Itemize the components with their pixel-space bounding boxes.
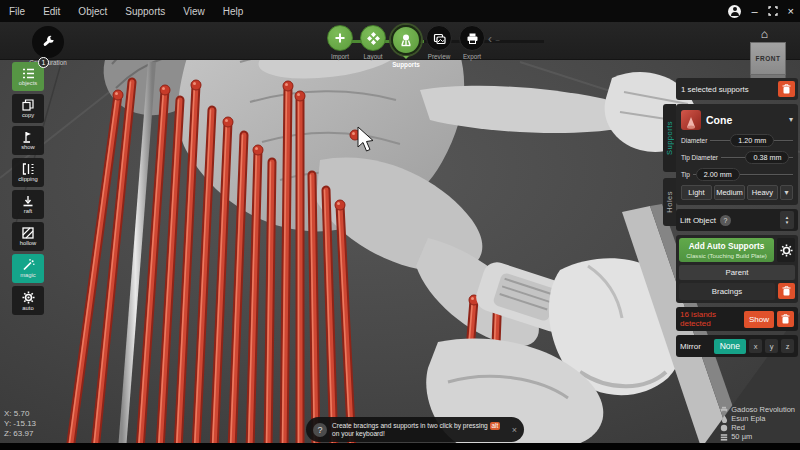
app-window: File Edit Object Supports View Help GR1 … <box>0 0 800 450</box>
mirror-row: Mirror None x y z <box>676 335 798 357</box>
layout-arrows-icon <box>367 32 380 45</box>
trash-icon <box>782 84 791 94</box>
print-status-list: Gadoso Revolution Esun Epla Red 50 µm <box>720 405 795 441</box>
auto-supports-section: Add Auto Supports Classic (Touching Buil… <box>676 235 798 303</box>
sidebar-item-objects[interactable]: 1 objects <box>12 62 44 91</box>
export-button[interactable]: Export <box>456 25 488 60</box>
bracings-button[interactable]: Bracings <box>679 283 775 300</box>
parent-button[interactable]: Parent <box>679 265 795 280</box>
add-auto-supports-button[interactable]: Add Auto Supports Classic (Touching Buil… <box>679 238 774 262</box>
mirror-x-button[interactable]: x <box>749 339 762 353</box>
gear-icon <box>780 244 793 257</box>
sidebar-item-clipping[interactable]: clipping <box>12 158 44 187</box>
sidebar-item-hollow[interactable]: hollow <box>12 222 44 251</box>
density-more-button[interactable]: ▾ <box>780 185 793 200</box>
home-view-icon[interactable]: ⌂ <box>761 27 768 41</box>
lift-object-stepper[interactable]: ▲▼ <box>780 211 794 229</box>
raft-arrow-icon <box>22 195 34 207</box>
islands-detected-label: 16 islands detected <box>680 310 741 328</box>
magic-wand-icon <box>22 259 35 271</box>
question-icon: ? <box>313 423 327 437</box>
mirror-y-button[interactable]: y <box>765 339 778 353</box>
main-action-bar: Import Layout Supports <box>324 25 489 68</box>
printer-icon <box>466 32 479 45</box>
supports-button[interactable]: Supports <box>390 25 422 68</box>
close-button[interactable]: × <box>788 6 794 17</box>
coord-y: Y: -15.13 <box>4 419 36 429</box>
sidebar-item-magic[interactable]: magic <box>12 254 44 283</box>
supports-panel: Supports Holes 1 selected supports Cone … <box>676 78 798 357</box>
mirror-none-button[interactable]: None <box>714 339 746 354</box>
mirror-z-button[interactable]: z <box>781 339 794 353</box>
trash-icon <box>781 314 790 324</box>
tab-supports[interactable]: Supports <box>663 104 676 172</box>
coord-x: X: 5.70 <box>4 409 36 419</box>
layout-button[interactable]: Layout <box>357 25 389 60</box>
printer-name: Gadoso Revolution <box>731 405 795 414</box>
mirror-label: Mirror <box>680 342 711 351</box>
density-medium-button[interactable]: Medium <box>714 185 745 200</box>
cone-icon <box>681 110 701 130</box>
sidebar-item-show[interactable]: show <box>12 126 44 155</box>
density-heavy-button[interactable]: Heavy <box>747 185 778 200</box>
color-icon <box>720 424 728 432</box>
diameter-value: 1.20 mm <box>730 134 774 147</box>
menu-edit[interactable]: Edit <box>34 6 69 17</box>
tip-diameter-value: 0.38 mm <box>745 151 789 164</box>
clipping-icon <box>22 163 35 175</box>
support-type-dropdown[interactable]: Cone ▾ <box>679 107 795 132</box>
resin-icon <box>721 415 728 423</box>
hint-text-before: Create bracings and supports in two clic… <box>332 422 488 429</box>
import-button[interactable]: Import <box>324 25 356 60</box>
cursor-coordinates: X: 5.70 Y: -15.13 Z: 63.97 <box>4 409 36 439</box>
delete-bracings-button[interactable] <box>778 283 795 299</box>
hollow-hatch-icon <box>22 227 34 239</box>
menu-object[interactable]: Object <box>69 6 116 17</box>
printer-icon <box>720 406 728 414</box>
list-icon <box>22 68 35 79</box>
minimize-button[interactable]: – <box>751 6 757 17</box>
hint-tooltip: ? Create bracings and supports in two cl… <box>306 417 524 442</box>
diameter-slider[interactable]: Diameter 1.20 mm <box>679 132 795 149</box>
gear-icon <box>22 291 35 304</box>
account-icon[interactable] <box>728 5 741 18</box>
coord-z: Z: 63.97 <box>4 429 36 439</box>
delete-selected-button[interactable] <box>778 81 795 97</box>
alt-key-badge: alt <box>490 422 501 430</box>
preview-button[interactable]: Preview <box>423 25 455 60</box>
lift-object-label: Lift Object <box>680 216 716 225</box>
bottom-strip <box>0 443 800 450</box>
maximize-button[interactable] <box>768 6 778 16</box>
tip-slider[interactable]: Tip 2.00 mm <box>679 166 795 183</box>
delete-islands-button[interactable] <box>777 311 794 327</box>
trash-icon <box>782 286 791 296</box>
resin-color: Red <box>731 423 745 432</box>
plus-icon <box>334 32 346 44</box>
wrench-icon <box>40 34 56 50</box>
menu-file[interactable]: File <box>0 6 34 17</box>
tip-diameter-slider[interactable]: Tip Diameter 0.38 mm <box>679 149 795 166</box>
menu-supports[interactable]: Supports <box>116 6 174 17</box>
layer-icon <box>720 433 728 441</box>
islands-row: 16 islands detected Show <box>676 307 798 331</box>
collapse-toolbar-chevron[interactable]: ‹ ~ <box>488 32 500 46</box>
tip-value: 2.00 mm <box>696 168 740 181</box>
preview-image-icon <box>433 32 446 45</box>
view-cube-front[interactable]: FRONT <box>750 42 786 75</box>
menu-help[interactable]: Help <box>214 6 253 17</box>
show-islands-button[interactable]: Show <box>744 311 774 328</box>
sidebar-item-auto[interactable]: auto <box>12 286 44 315</box>
density-light-button[interactable]: Light <box>681 185 712 200</box>
sidebar-item-raft[interactable]: raft <box>12 190 44 219</box>
menu-view[interactable]: View <box>174 6 214 17</box>
menu-bar: File Edit Object Supports View Help <box>0 0 800 22</box>
sidebar-item-copy[interactable]: copy <box>12 94 44 123</box>
resin-name: Esun Epla <box>731 414 765 423</box>
supports-icon <box>399 33 413 47</box>
help-icon: ? <box>720 215 731 226</box>
lift-object-row: Lift Object ? ▲▼ <box>676 209 798 231</box>
tab-holes[interactable]: Holes <box>663 178 676 226</box>
auto-supports-settings-button[interactable] <box>777 238 795 262</box>
tooltip-close-icon[interactable]: × <box>512 425 517 435</box>
flag-icon <box>22 131 34 143</box>
